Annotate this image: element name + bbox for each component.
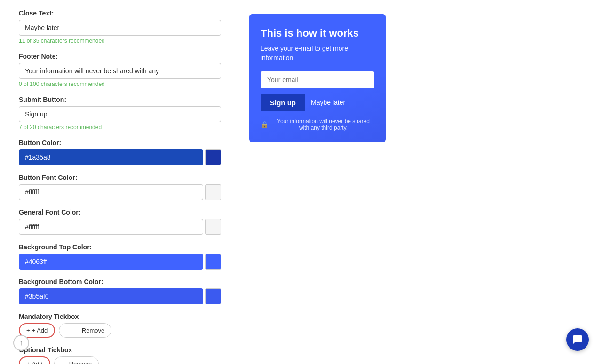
optional-add-button[interactable]: + Add <box>19 356 50 364</box>
bg-top-color-swatch[interactable] <box>205 254 221 270</box>
submit-button-char-count: 7 of 20 characters recommended <box>19 124 221 131</box>
button-color-input[interactable] <box>19 149 203 165</box>
footer-note-label: Footer Note: <box>19 53 221 60</box>
bg-top-color-input[interactable] <box>19 254 203 270</box>
optional-remove-button[interactable]: — Remove <box>54 356 99 364</box>
plus-icon-2: + <box>26 360 30 364</box>
button-font-color-toggle[interactable] <box>205 184 221 200</box>
chat-bubble[interactable] <box>566 328 589 351</box>
bg-bottom-color-row <box>19 288 221 304</box>
optional-tickbox-buttons: + Add — Remove <box>19 356 221 364</box>
button-color-swatch[interactable] <box>205 149 221 165</box>
button-color-section: Button Color: <box>19 139 221 165</box>
bg-top-color-row <box>19 254 221 270</box>
general-font-color-label: General Font Color: <box>19 209 221 216</box>
plus-icon: + <box>26 327 30 334</box>
button-color-label: Button Color: <box>19 139 221 147</box>
mandatory-remove-label: — Remove <box>74 327 104 334</box>
lock-icon: 🔒 <box>261 121 269 128</box>
preview-widget: This is how it works Leave your e-mail t… <box>249 14 386 142</box>
close-text-input[interactable] <box>19 20 221 36</box>
bg-top-color-label: Background Top Color: <box>19 243 221 251</box>
optional-remove-label: Remove <box>69 360 92 364</box>
general-font-color-section: General Font Color: <box>19 209 221 235</box>
submit-button-input[interactable] <box>19 106 221 122</box>
mandatory-add-label: + Add <box>32 327 48 334</box>
arrow-up-icon: ↑ <box>19 339 23 347</box>
preview-actions: Sign up Maybe later <box>261 94 374 111</box>
general-font-color-row <box>19 219 221 235</box>
button-font-color-label: Button Font Color: <box>19 174 221 181</box>
page-wrapper: Close Text: 11 of 35 characters recommen… <box>0 0 602 364</box>
preview-email-input[interactable] <box>261 71 374 88</box>
bg-bottom-color-swatch[interactable] <box>205 288 221 304</box>
button-color-row <box>19 149 221 165</box>
mandatory-tickbox-label: Mandatory Tickbox <box>19 313 221 320</box>
preview-footer: 🔒 Your information will never be shared … <box>261 118 374 131</box>
bg-bottom-color-section: Background Bottom Color: <box>19 278 221 304</box>
right-panel: This is how it works Leave your e-mail t… <box>249 9 583 364</box>
button-font-color-row <box>19 184 221 200</box>
optional-add-label: Add <box>32 360 43 364</box>
preview-subtitle: Leave your e-mail to get more informatio… <box>261 44 374 62</box>
bg-bottom-color-input[interactable] <box>19 288 203 304</box>
left-panel: Close Text: 11 of 35 characters recommen… <box>19 9 221 364</box>
minus-icon-2: — <box>61 360 67 364</box>
optional-tickbox-label: Optional Tickbox <box>19 346 221 354</box>
general-font-color-toggle[interactable] <box>205 219 221 235</box>
submit-button-section: Submit Button: 7 of 20 characters recomm… <box>19 96 221 131</box>
preview-maybe-later-link[interactable]: Maybe later <box>311 99 345 106</box>
chat-icon <box>572 334 583 345</box>
mandatory-tickbox-buttons: + + Add — — Remove <box>19 323 221 338</box>
footer-note-section: Footer Note: 0 of 100 characters recomme… <box>19 53 221 87</box>
preview-signup-button[interactable]: Sign up <box>261 94 305 111</box>
button-font-color-input[interactable] <box>19 184 203 200</box>
mandatory-tickbox-section: Mandatory Tickbox + + Add — — Remove <box>19 313 221 338</box>
close-text-char-count: 11 of 35 characters recommended <box>19 38 221 44</box>
mandatory-remove-button[interactable]: — — Remove <box>59 323 111 338</box>
submit-button-label: Submit Button: <box>19 96 221 103</box>
bg-top-color-section: Background Top Color: <box>19 243 221 270</box>
footer-note-char-count: 0 of 100 characters recommended <box>19 81 221 87</box>
footer-note-input[interactable] <box>19 63 221 79</box>
bg-bottom-color-label: Background Bottom Color: <box>19 278 221 286</box>
preview-title: This is how it works <box>261 27 374 39</box>
close-text-label: Close Text: <box>19 9 221 17</box>
minus-icon: — <box>66 327 72 334</box>
close-text-section: Close Text: 11 of 35 characters recommen… <box>19 9 221 44</box>
preview-footer-text: Your information will never be shared wi… <box>272 118 374 131</box>
general-font-color-input[interactable] <box>19 219 203 235</box>
scroll-up-button[interactable]: ↑ <box>13 335 29 351</box>
button-font-color-section: Button Font Color: <box>19 174 221 200</box>
optional-tickbox-section: Optional Tickbox + Add — Remove <box>19 346 221 364</box>
